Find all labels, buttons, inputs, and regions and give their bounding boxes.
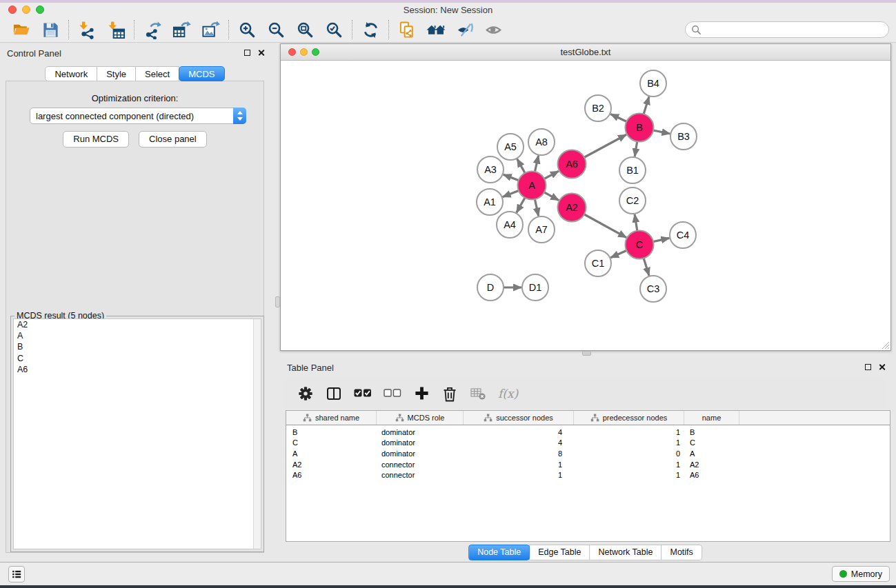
resize-grip-icon[interactable] (881, 341, 890, 349)
graph-node-C[interactable]: C (626, 231, 654, 259)
result-item[interactable]: A (14, 330, 261, 341)
graph-node-A4[interactable]: A4 (497, 212, 523, 238)
duplicate-network-button[interactable] (392, 19, 421, 41)
table-cell[interactable]: B (286, 428, 377, 436)
tab-motifs[interactable]: Motifs (661, 545, 701, 560)
graph-node-A3[interactable]: A3 (477, 156, 504, 183)
graph-node-A5[interactable]: A5 (497, 134, 524, 160)
close-panel-icon[interactable] (257, 49, 265, 57)
show-details-button[interactable] (479, 19, 508, 41)
import-network-button[interactable] (72, 19, 101, 41)
table-cell[interactable]: 1 (574, 471, 684, 479)
float-panel-icon[interactable] (244, 50, 250, 56)
graph-node-A6[interactable]: A6 (558, 150, 586, 179)
table-cell[interactable]: dominator (377, 438, 464, 447)
graph-node-A2[interactable]: A2 (558, 194, 586, 222)
graph-node-B1[interactable]: B1 (619, 157, 646, 183)
zoom-fit-button[interactable] (290, 19, 319, 41)
graph-node-A8[interactable]: A8 (528, 129, 555, 155)
table-cell[interactable]: 1 (574, 428, 684, 436)
table-cell[interactable]: dominator (377, 449, 464, 458)
table-row[interactable]: A6connector11A6 (286, 469, 890, 480)
graph-node-B[interactable]: B (626, 114, 654, 142)
graph-node-C4[interactable]: C4 (670, 222, 696, 248)
table-cell[interactable]: 1 (574, 438, 684, 447)
column-header-name[interactable]: name (684, 411, 739, 425)
table-settings-button[interactable] (297, 385, 314, 403)
zoom-in-button[interactable] (232, 19, 261, 41)
export-table-button[interactable] (167, 19, 196, 41)
table-cell[interactable]: A6 (286, 471, 377, 479)
delete-columns-button[interactable] (441, 385, 458, 403)
table-row[interactable]: A2connector11A2 (286, 459, 890, 470)
float-panel-icon[interactable] (865, 364, 871, 370)
graph-node-A1[interactable]: A1 (477, 189, 503, 215)
table-cell[interactable]: C (684, 438, 739, 447)
graph-node-A7[interactable]: A7 (528, 216, 555, 243)
network-graph[interactable]: B4B2BB3A8A5A6B1A3AA1C2A2A4A7C4CC1C3DD1 (281, 61, 890, 350)
open-file-button[interactable] (7, 19, 36, 41)
graph-node-A[interactable]: A (518, 172, 546, 200)
tab-network[interactable]: Network (45, 66, 97, 81)
close-panel-icon[interactable] (878, 363, 886, 371)
splitter-handle-horizontal[interactable] (582, 351, 591, 356)
table-cell[interactable]: dominator (377, 428, 464, 436)
table-cell[interactable]: 1 (464, 471, 574, 479)
result-item[interactable]: C (14, 353, 261, 364)
table-row[interactable]: Adominator80A (286, 448, 890, 459)
graph-node-D[interactable]: D (477, 274, 504, 301)
graph-node-C2[interactable]: C2 (619, 187, 646, 214)
table-cell[interactable]: 4 (464, 428, 574, 436)
hide-details-button[interactable] (450, 19, 479, 41)
graph-node-C3[interactable]: C3 (640, 276, 666, 302)
tab-style[interactable]: Style (97, 66, 136, 81)
table-cell[interactable]: 8 (464, 449, 574, 458)
table-cell[interactable]: A (286, 449, 377, 458)
refresh-button[interactable] (356, 19, 385, 41)
network-window-titlebar[interactable]: testGlobe.txt (281, 44, 890, 61)
table-cell[interactable]: 1 (574, 460, 684, 469)
table-row[interactable]: Bdominator41B (286, 427, 890, 438)
table-cell[interactable]: 1 (464, 460, 574, 469)
memory-button[interactable]: Memory (832, 566, 890, 582)
table-cell[interactable]: connector (377, 460, 464, 469)
tab-node-table[interactable]: Node Table (468, 545, 530, 560)
close-panel-button[interactable]: Close panel (139, 131, 207, 148)
import-table-button[interactable] (101, 19, 130, 41)
network-canvas[interactable]: B4B2BB3A8A5A6B1A3AA1C2A2A4A7C4CC1C3DD1 (281, 61, 890, 350)
table-cell[interactable]: A2 (286, 460, 377, 469)
home-views-button[interactable] (421, 19, 450, 41)
export-network-button[interactable] (138, 19, 167, 41)
splitter-handle-vertical[interactable] (275, 296, 280, 307)
tab-mcds[interactable]: MCDS (179, 66, 224, 81)
column-header-MCDS-role[interactable]: MCDS role (377, 411, 464, 425)
table-row[interactable]: Cdominator41C (286, 438, 890, 449)
table-cell[interactable]: A6 (684, 471, 739, 479)
create-column-button[interactable] (413, 385, 430, 403)
graph-node-C1[interactable]: C1 (585, 250, 611, 276)
column-header-shared-name[interactable]: shared name (286, 411, 377, 425)
export-image-button[interactable] (196, 19, 225, 41)
select-all-columns-button[interactable] (354, 385, 372, 403)
mcds-result-list[interactable]: A2ABCA6 (13, 318, 261, 549)
save-session-button[interactable] (36, 19, 65, 41)
result-item[interactable]: A2 (14, 319, 261, 330)
graph-node-D1[interactable]: D1 (522, 274, 548, 301)
search-box[interactable] (685, 21, 889, 38)
show-panels-button[interactable] (8, 566, 25, 582)
deselect-all-columns-button[interactable] (384, 385, 401, 403)
table-cell[interactable]: A (684, 449, 739, 458)
table-cell[interactable]: 0 (574, 449, 684, 458)
graph-node-B2[interactable]: B2 (585, 95, 611, 121)
table-cell[interactable]: connector (377, 471, 464, 479)
criterion-dropdown[interactable]: largest connected component (directed) (30, 108, 246, 124)
scrollbar-track[interactable] (253, 319, 261, 549)
node-table[interactable]: shared nameMCDS rolesuccessor nodesprede… (286, 410, 890, 542)
graph-node-B3[interactable]: B3 (670, 123, 697, 150)
column-header-successor-nodes[interactable]: successor nodes (464, 411, 574, 425)
tab-network-table[interactable]: Network Table (590, 545, 662, 560)
table-cell[interactable]: 4 (464, 438, 574, 447)
result-item[interactable]: A6 (14, 364, 261, 375)
search-input[interactable] (705, 25, 883, 35)
zoom-out-button[interactable] (261, 19, 290, 41)
